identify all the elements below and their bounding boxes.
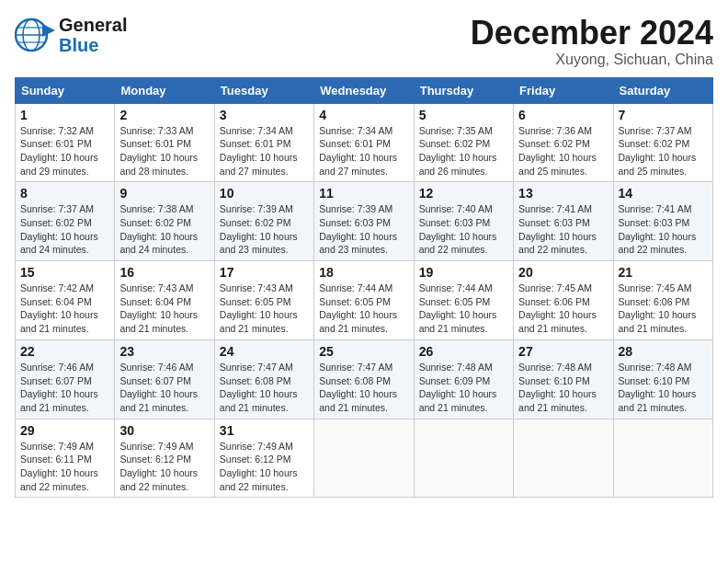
calendar-cell: 8 Sunrise: 7:37 AMSunset: 6:02 PMDayligh… [16,182,115,261]
day-number: 8 [20,186,109,201]
day-number: 1 [20,108,109,122]
calendar-cell [613,419,712,498]
calendar-cell: 9 Sunrise: 7:38 AMSunset: 6:02 PMDayligh… [115,182,214,261]
calendar-cell: 6 Sunrise: 7:36 AMSunset: 6:02 PMDayligh… [514,103,613,182]
day-number: 24 [220,344,309,359]
calendar-cell: 13 Sunrise: 7:41 AMSunset: 6:03 PMDaylig… [514,182,613,261]
calendar-cell [314,419,414,498]
calendar-cell: 4 Sunrise: 7:34 AMSunset: 6:01 PMDayligh… [314,103,414,182]
calendar-cell: 27 Sunrise: 7:48 AMSunset: 6:10 PMDaylig… [514,339,613,419]
weekday-header-thursday: Thursday [414,77,513,103]
logo-line1: General [59,15,127,35]
title-area: December 2024 Xuyong, Sichuan, China [471,15,713,68]
day-detail: Sunrise: 7:49 AMSunset: 6:12 PMDaylight:… [220,440,309,494]
week-row-5: 29 Sunrise: 7:49 AMSunset: 6:11 PMDaylig… [16,419,713,498]
calendar-cell: 24 Sunrise: 7:47 AMSunset: 6:08 PMDaylig… [214,339,313,419]
day-detail: Sunrise: 7:45 AMSunset: 6:06 PMDaylight:… [518,282,608,336]
day-detail: Sunrise: 7:43 AMSunset: 6:05 PMDaylight:… [220,282,309,336]
day-number: 13 [518,186,608,201]
day-detail: Sunrise: 7:47 AMSunset: 6:08 PMDaylight:… [319,361,408,415]
day-number: 26 [419,344,508,359]
day-detail: Sunrise: 7:39 AMSunset: 6:03 PMDaylight:… [319,202,408,257]
calendar-cell [414,419,513,498]
day-detail: Sunrise: 7:34 AMSunset: 6:01 PMDaylight:… [319,124,408,178]
day-number: 7 [619,108,708,122]
month-title: December 2024 [471,15,713,52]
weekday-header-sunday: Sunday [16,77,115,103]
day-detail: Sunrise: 7:32 AMSunset: 6:01 PMDaylight:… [20,124,109,178]
calendar-cell: 20 Sunrise: 7:45 AMSunset: 6:06 PMDaylig… [514,261,613,340]
calendar-cell: 11 Sunrise: 7:39 AMSunset: 6:03 PMDaylig… [314,182,414,261]
calendar-cell: 31 Sunrise: 7:49 AMSunset: 6:12 PMDaylig… [214,419,313,498]
day-detail: Sunrise: 7:46 AMSunset: 6:07 PMDaylight:… [20,361,109,415]
logo: General Blue [15,15,127,55]
day-number: 15 [20,265,109,280]
day-detail: Sunrise: 7:40 AMSunset: 6:03 PMDaylight:… [419,202,508,257]
calendar-cell: 30 Sunrise: 7:49 AMSunset: 6:12 PMDaylig… [115,419,214,498]
calendar-cell: 5 Sunrise: 7:35 AMSunset: 6:02 PMDayligh… [414,103,513,182]
calendar-cell: 22 Sunrise: 7:46 AMSunset: 6:07 PMDaylig… [16,339,115,419]
day-number: 4 [319,108,408,122]
calendar-table: SundayMondayTuesdayWednesdayThursdayFrid… [15,77,713,499]
day-number: 18 [319,265,408,280]
day-detail: Sunrise: 7:36 AMSunset: 6:02 PMDaylight:… [518,124,608,178]
calendar-cell [514,419,613,498]
calendar-cell: 16 Sunrise: 7:43 AMSunset: 6:04 PMDaylig… [115,261,214,340]
day-number: 27 [518,344,608,359]
day-detail: Sunrise: 7:37 AMSunset: 6:02 PMDaylight:… [619,124,708,178]
day-detail: Sunrise: 7:41 AMSunset: 6:03 PMDaylight:… [619,202,708,257]
day-number: 9 [119,186,209,201]
day-number: 20 [518,265,608,280]
day-number: 31 [220,423,309,438]
calendar-cell: 29 Sunrise: 7:49 AMSunset: 6:11 PMDaylig… [16,419,115,498]
day-detail: Sunrise: 7:45 AMSunset: 6:06 PMDaylight:… [619,282,708,336]
day-number: 2 [119,108,209,122]
calendar-cell: 19 Sunrise: 7:44 AMSunset: 6:05 PMDaylig… [414,261,513,340]
calendar-cell: 2 Sunrise: 7:33 AMSunset: 6:01 PMDayligh… [115,103,214,182]
header-area: General Blue December 2024 Xuyong, Sichu… [15,15,713,68]
day-detail: Sunrise: 7:44 AMSunset: 6:05 PMDaylight:… [419,282,508,336]
logo-line2: Blue [59,35,127,55]
day-detail: Sunrise: 7:47 AMSunset: 6:08 PMDaylight:… [220,361,309,415]
calendar-cell: 1 Sunrise: 7:32 AMSunset: 6:01 PMDayligh… [16,103,115,182]
calendar-cell: 10 Sunrise: 7:39 AMSunset: 6:02 PMDaylig… [214,182,313,261]
day-number: 30 [119,423,209,438]
day-detail: Sunrise: 7:41 AMSunset: 6:03 PMDaylight:… [518,202,608,257]
day-detail: Sunrise: 7:35 AMSunset: 6:02 PMDaylight:… [419,124,508,178]
weekday-header-row: SundayMondayTuesdayWednesdayThursdayFrid… [16,77,713,103]
day-detail: Sunrise: 7:48 AMSunset: 6:10 PMDaylight:… [619,361,708,415]
day-detail: Sunrise: 7:33 AMSunset: 6:01 PMDaylight:… [119,124,209,178]
day-detail: Sunrise: 7:49 AMSunset: 6:12 PMDaylight:… [119,440,209,494]
day-number: 17 [220,265,309,280]
location-title: Xuyong, Sichuan, China [471,52,713,68]
calendar-cell: 7 Sunrise: 7:37 AMSunset: 6:02 PMDayligh… [613,103,712,182]
day-number: 21 [619,265,708,280]
day-detail: Sunrise: 7:46 AMSunset: 6:07 PMDaylight:… [119,361,209,415]
week-row-2: 8 Sunrise: 7:37 AMSunset: 6:02 PMDayligh… [16,182,713,261]
weekday-header-tuesday: Tuesday [214,77,313,103]
day-detail: Sunrise: 7:44 AMSunset: 6:05 PMDaylight:… [319,282,408,336]
day-number: 29 [20,423,109,438]
calendar-cell: 17 Sunrise: 7:43 AMSunset: 6:05 PMDaylig… [214,261,313,340]
day-detail: Sunrise: 7:49 AMSunset: 6:11 PMDaylight:… [20,440,109,494]
week-row-4: 22 Sunrise: 7:46 AMSunset: 6:07 PMDaylig… [16,339,713,419]
day-number: 28 [619,344,708,359]
day-number: 16 [119,265,209,280]
day-detail: Sunrise: 7:39 AMSunset: 6:02 PMDaylight:… [220,202,309,257]
weekday-header-saturday: Saturday [613,77,712,103]
calendar-cell: 28 Sunrise: 7:48 AMSunset: 6:10 PMDaylig… [613,339,712,419]
week-row-1: 1 Sunrise: 7:32 AMSunset: 6:01 PMDayligh… [16,103,713,182]
day-number: 19 [419,265,508,280]
day-number: 14 [619,186,708,201]
day-detail: Sunrise: 7:48 AMSunset: 6:09 PMDaylight:… [419,361,508,415]
calendar-cell: 14 Sunrise: 7:41 AMSunset: 6:03 PMDaylig… [613,182,712,261]
day-detail: Sunrise: 7:48 AMSunset: 6:10 PMDaylight:… [518,361,608,415]
day-number: 12 [419,186,508,201]
day-number: 5 [419,108,508,122]
calendar-cell: 18 Sunrise: 7:44 AMSunset: 6:05 PMDaylig… [314,261,414,340]
calendar-cell: 21 Sunrise: 7:45 AMSunset: 6:06 PMDaylig… [613,261,712,340]
day-number: 22 [20,344,109,359]
calendar-cell: 23 Sunrise: 7:46 AMSunset: 6:07 PMDaylig… [115,339,214,419]
calendar-cell: 25 Sunrise: 7:47 AMSunset: 6:08 PMDaylig… [314,339,414,419]
weekday-header-friday: Friday [514,77,613,103]
